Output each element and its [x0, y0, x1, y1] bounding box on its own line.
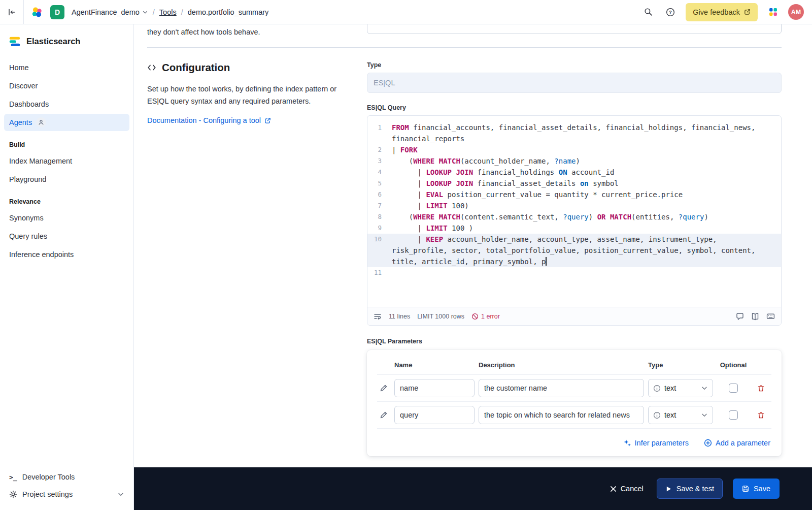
sidebar-item-query-rules[interactable]: Query rules: [4, 228, 129, 245]
save-disk-icon: [742, 485, 749, 492]
edit-pencil-icon[interactable]: [377, 384, 390, 392]
intro-text-tail: they don't affect how tools behave.: [147, 24, 260, 36]
code-line-1[interactable]: 1FROM financial_accounts, financial_asse…: [367, 122, 781, 144]
sidebar-item-playground[interactable]: Playground: [4, 171, 129, 188]
param-description-input[interactable]: [479, 379, 644, 397]
info-icon: [653, 385, 661, 392]
param-type-select[interactable]: text: [648, 406, 713, 424]
line-number: 5: [367, 178, 388, 189]
line-number: 4: [367, 167, 388, 178]
code-line-2[interactable]: 2| FORK: [367, 144, 781, 155]
nav-section-title-relevance: Relevance: [4, 189, 129, 209]
documentation-link[interactable]: Documentation - Configuring a tool: [147, 116, 271, 124]
editor-lines-count: 11 lines: [389, 313, 410, 320]
code-line-6[interactable]: 6 | EVAL position_current_value = quanti…: [367, 189, 781, 200]
sidebar-item-inference-endpoints[interactable]: Inference endpoints: [4, 246, 129, 263]
param-type-value: text: [664, 411, 676, 419]
sidebar-item-index-management[interactable]: Index Management: [4, 152, 129, 170]
play-icon: [665, 486, 672, 492]
code-lines: 1FROM financial_accounts, financial_asse…: [367, 116, 781, 307]
documentation-book-icon[interactable]: [751, 312, 759, 321]
param-description-input[interactable]: [479, 406, 644, 424]
space-avatar[interactable]: D: [50, 5, 64, 19]
configuration-title: Configuration: [162, 61, 230, 74]
add-parameter-button[interactable]: Add a parameter: [704, 439, 770, 447]
infer-parameters-button[interactable]: Infer parameters: [623, 439, 689, 447]
breadcrumb-tools[interactable]: Tools: [159, 8, 177, 16]
params-rows: texttext: [377, 374, 771, 429]
line-number: 8: [367, 211, 388, 222]
sidebar-item-discover[interactable]: Discover: [4, 77, 129, 94]
gear-icon: [9, 490, 17, 498]
code-text: (WHERE MATCH(content.semantic_text, ?que…: [388, 211, 781, 222]
add-parameter-label: Add a parameter: [716, 439, 770, 447]
code-line-8[interactable]: 8 (WHERE MATCH(content.semantic_text, ?q…: [367, 211, 781, 222]
close-icon: [610, 486, 617, 492]
bottom-action-bar: Cancel Save & test Save: [134, 467, 812, 510]
code-line-3[interactable]: 3 (WHERE MATCH(account_holder_name, ?nam…: [367, 155, 781, 167]
line-number: 6: [367, 189, 388, 200]
delete-parameter-icon[interactable]: [754, 385, 768, 392]
save-button[interactable]: Save: [733, 479, 780, 499]
sidebar-item-developer-tools[interactable]: >_ Developer Tools: [4, 468, 129, 486]
infer-parameters-label: Infer parameters: [635, 439, 689, 447]
code-line-5[interactable]: 5 | LOOKUP JOIN financial_asset_details …: [367, 178, 781, 189]
code-text: | KEEP account_holder_name, account_type…: [388, 234, 781, 267]
scrolled-input-partial[interactable]: [367, 24, 782, 34]
breadcrumb-separator: /: [181, 8, 183, 16]
give-feedback-button[interactable]: Give feedback: [686, 3, 758, 21]
edit-pencil-icon[interactable]: [377, 411, 390, 419]
sidebar-item-project-settings[interactable]: Project settings: [4, 486, 129, 503]
user-avatar[interactable]: AM: [788, 4, 804, 20]
code-line-11[interactable]: 11: [367, 267, 781, 278]
code-line-10[interactable]: 10 | KEEP account_holder_name, account_t…: [367, 234, 781, 267]
breadcrumb-project[interactable]: AgentFinance_demo: [72, 8, 148, 16]
code-text: | LIMIT 100 ): [388, 222, 781, 234]
tool-type-input[interactable]: [367, 73, 782, 93]
sidebar-item-agents[interactable]: Agents: [4, 114, 129, 131]
esql-parameters-label: ES|QL Parameters: [367, 338, 782, 345]
feedback-comment-icon[interactable]: [736, 312, 744, 321]
external-link-icon: [264, 117, 271, 124]
line-number: 1: [367, 122, 388, 144]
give-feedback-label: Give feedback: [693, 8, 740, 16]
keyboard-shortcuts-icon[interactable]: [766, 312, 775, 321]
delete-parameter-icon[interactable]: [754, 411, 768, 419]
sidebar-item-home[interactable]: Home: [4, 59, 129, 76]
optional-checkbox[interactable]: [729, 384, 738, 393]
sidebar-nav: HomeDiscoverDashboardsAgentsBuildIndex M…: [0, 59, 133, 463]
search-icon[interactable]: [641, 5, 655, 19]
line-number: 10: [367, 234, 388, 267]
sidebar-item-synonyms[interactable]: Synonyms: [4, 209, 129, 227]
elastic-logo[interactable]: [31, 6, 43, 18]
console-icon: >_: [9, 473, 17, 481]
code-line-7[interactable]: 7 | LIMIT 100): [367, 200, 781, 211]
parameters-panel: Name Description Type Optional texttext …: [367, 350, 782, 456]
product-brand: Elasticsearch: [0, 24, 133, 59]
code-text: FROM financial_accounts, financial_asset…: [388, 122, 781, 144]
sidebar-item-dashboards[interactable]: Dashboards: [4, 95, 129, 113]
code-line-4[interactable]: 4 | LOOKUP JOIN financial_holdings ON ac…: [367, 167, 781, 178]
sidebar: Elasticsearch HomeDiscoverDashboardsAgen…: [0, 24, 134, 510]
optional-checkbox[interactable]: [729, 410, 738, 420]
help-icon[interactable]: ?: [663, 5, 678, 19]
save-and-test-label: Save & test: [676, 485, 714, 493]
editor-error-badge[interactable]: 1 error: [471, 313, 500, 320]
chevron-down-icon: [142, 9, 148, 15]
apps-grid-icon[interactable]: [766, 5, 780, 19]
cancel-button[interactable]: Cancel: [607, 484, 647, 493]
param-type-select[interactable]: text: [648, 379, 713, 397]
param-name-input[interactable]: [394, 379, 475, 397]
breadcrumb-current: demo.portfolio_summary: [188, 8, 269, 16]
sidebar-item-label: Query rules: [9, 232, 47, 240]
param-name-input[interactable]: [394, 406, 475, 424]
collapse-nav-icon[interactable]: [0, 0, 24, 24]
sidebar-item-label: Dashboards: [9, 100, 49, 108]
save-and-test-button[interactable]: Save & test: [657, 479, 723, 499]
chevron-down-icon: [701, 411, 708, 419]
editor-limit-info: LIMIT 1000 rows: [417, 313, 464, 320]
external-link-icon: [744, 9, 751, 15]
wrap-lines-icon[interactable]: [374, 312, 382, 321]
code-line-9[interactable]: 9 | LIMIT 100 ): [367, 222, 781, 234]
column-header-type: Type: [648, 361, 713, 369]
